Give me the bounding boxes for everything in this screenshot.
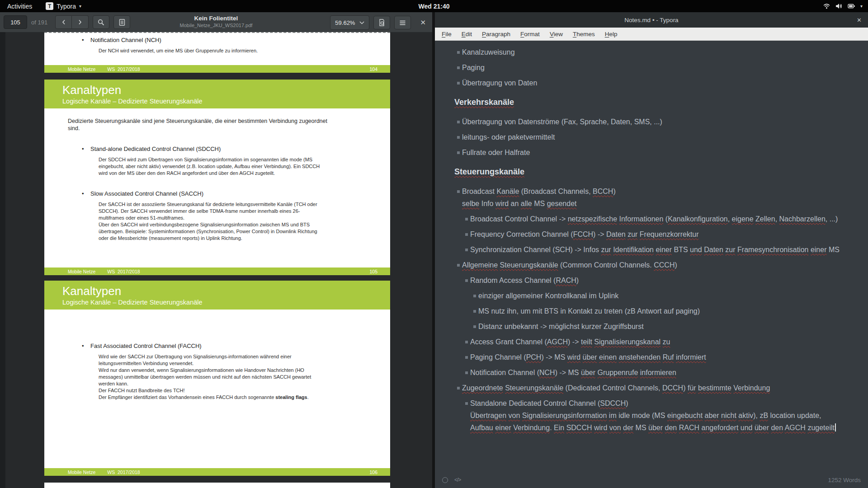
- typora-list-item[interactable]: Synchronization Channel (SCH) -> Infos z…: [435, 245, 860, 254]
- typora-titlebar: Notes.md • - Typora ✕: [435, 12, 868, 28]
- typora-text-line[interactable]: Random Access Channel (RACH): [470, 276, 860, 285]
- typora-text-line[interactable]: leitungs- oder paketvermittelt: [462, 133, 860, 142]
- typora-list-item[interactable]: Frequency Correction Channel (FCCH) -> D…: [435, 230, 860, 239]
- annotations-button[interactable]: [373, 16, 390, 29]
- typora-text-line[interactable]: MS nutz ihn, um mit BTS in Kontakt zu tr…: [478, 307, 860, 316]
- menu-item-help[interactable]: Help: [600, 31, 623, 38]
- typora-text-line[interactable]: Standalone Dedicated Control Channel (SD…: [470, 399, 860, 408]
- typora-text-line[interactable]: Broadcast Kanäle (Broadcast Channels, BC…: [462, 187, 860, 196]
- clock[interactable]: Wed 21:40: [0, 3, 868, 10]
- slide-footer: Mobile NetzeWS 2017/2018106: [44, 468, 390, 476]
- typora-text-line[interactable]: Übertragung von Daten: [462, 79, 860, 88]
- typora-list-item[interactable]: Random Access Channel (RACH): [435, 276, 860, 285]
- slide-block-bullet: Fast Associated Control Channel (FACCH): [90, 343, 349, 350]
- menu-item-view[interactable]: View: [545, 31, 568, 38]
- previous-page-button[interactable]: [55, 15, 72, 29]
- typora-list-item[interactable]: Allgemeine Steuerungskanäle (Common Cont…: [435, 261, 860, 270]
- typora-list-item[interactable]: Zugeordnete Steuerungskanäle (Dedicated …: [435, 384, 860, 393]
- typora-list-item[interactable]: Broadcast Kanäle (Broadcast Channels, BC…: [435, 187, 860, 208]
- zoom-dropdown[interactable]: 59.62%: [330, 15, 369, 30]
- typora-text-line[interactable]: Access Grant Channel (AGCH) -> teilt Sig…: [470, 338, 860, 347]
- typora-text-line[interactable]: Übertragen von Signalisierungsinformatio…: [470, 411, 860, 420]
- slide-subtitle: Logische Kanäle – Dedizierte Steuerungsk…: [62, 97, 390, 105]
- menu-button[interactable]: [394, 16, 411, 29]
- source-code-mode-icon[interactable]: </>: [454, 477, 461, 483]
- menu-item-format[interactable]: Format: [515, 31, 545, 38]
- footer-term: WS 2017/2018: [107, 66, 140, 72]
- typora-list-item[interactable]: Kanalzuweisung: [435, 48, 860, 57]
- system-tray[interactable]: ▾: [823, 3, 868, 9]
- typora-editor[interactable]: KanalzuweisungPagingÜbertragung von Date…: [435, 41, 868, 472]
- activities-button[interactable]: Activities: [0, 0, 39, 12]
- sidebar-toggle-button[interactable]: [113, 15, 130, 29]
- typora-text-line[interactable]: Fullrate oder Halfrate: [462, 148, 860, 157]
- typora-list-item[interactable]: Übertragung von Daten: [435, 79, 860, 88]
- window-close-button[interactable]: ✕: [417, 19, 429, 27]
- typora-list-item[interactable]: leitungs- oder paketvermittelt: [435, 133, 860, 142]
- app-menu[interactable]: T Typora ▾: [46, 2, 81, 10]
- search-button[interactable]: [93, 15, 109, 29]
- pdf-page-next-sliver: [44, 483, 390, 488]
- typora-text-line[interactable]: Zugeordnete Steuerungskanäle (Dedicated …: [462, 384, 860, 393]
- slide-block-sub: Der FACCH nutzt Bandbreite des TCH!: [99, 387, 322, 394]
- slide-body: Fast Associated Control Channel (FACCH)W…: [44, 310, 390, 401]
- menu-item-paragraph[interactable]: Paragraph: [477, 31, 515, 38]
- footer-course: Mobile Netze: [68, 469, 95, 475]
- menu-item-file[interactable]: File: [437, 31, 457, 38]
- typora-list-item[interactable]: Standalone Dedicated Control Channel (SD…: [435, 399, 860, 432]
- typora-list-item[interactable]: Broadcast Control Channel -> netzspezifi…: [435, 215, 860, 224]
- typora-text-line[interactable]: Notification Channel (NCH) -> MS über Gr…: [470, 368, 860, 377]
- typora-text-line[interactable]: Paging: [462, 63, 860, 72]
- typora-list-item[interactable]: MS nutz ihn, um mit BTS in Kontakt zu tr…: [435, 307, 860, 316]
- list-item-text: Random Access Channel (RACH): [470, 276, 860, 285]
- pdf-document-area[interactable]: Notification Channel (NCH)Der NCH wird v…: [0, 32, 432, 488]
- list-item-text: Allgemeine Steuerungskanäle (Common Cont…: [462, 261, 860, 270]
- typora-text-line[interactable]: Übertragung von Datenströme (Fax, Sprach…: [462, 117, 860, 127]
- typora-list-item[interactable]: Übertragung von Datenströme (Fax, Sprach…: [435, 117, 860, 127]
- typora-heading[interactable]: Verkehrskanäle: [454, 97, 860, 108]
- typora-text-line[interactable]: Distanz unbekannt -> möglichst kurzer Zu…: [478, 322, 860, 331]
- typora-list-item[interactable]: Paging Channel (PCH) -> MS wird über ein…: [435, 353, 860, 362]
- app-menu-label: Typora: [57, 3, 76, 10]
- typora-text-line[interactable]: selbe Info wird an alle MS gesendet: [462, 199, 860, 208]
- typora-list-item[interactable]: Access Grant Channel (AGCH) -> teilt Sig…: [435, 338, 860, 347]
- battery-icon: [848, 3, 855, 9]
- window-close-button[interactable]: ✕: [857, 12, 862, 28]
- typora-text-line[interactable]: Aufbau einer Verbindung. Ein SDCCH wird …: [470, 423, 860, 432]
- list-bullet-icon: [465, 279, 468, 282]
- list-bullet-icon: [473, 310, 476, 313]
- text-cursor: [835, 423, 836, 432]
- typora-text-line[interactable]: Broadcast Control Channel -> netzspezifi…: [470, 215, 860, 224]
- outline-toggle-icon[interactable]: [442, 477, 448, 483]
- typora-list-item[interactable]: Fullrate oder Halfrate: [435, 148, 860, 157]
- typora-text-line[interactable]: Paging Channel (PCH) -> MS wird über ein…: [470, 353, 860, 362]
- page-number-input[interactable]: [4, 15, 27, 29]
- typora-app-icon: T: [46, 2, 53, 10]
- typora-list-item[interactable]: Paging: [435, 63, 860, 72]
- list-item-text: Übertragung von Daten: [462, 79, 860, 88]
- typora-list-item[interactable]: Notification Channel (NCH) -> MS über Gr…: [435, 368, 860, 377]
- list-item-text: Kanalzuweisung: [462, 48, 860, 57]
- slide-page-number: 106: [369, 469, 377, 475]
- list-bullet-icon: [457, 136, 460, 139]
- zoom-level: 59.62%: [335, 19, 355, 26]
- slide-footer: Mobile NetzeWS 2017/2018104: [44, 65, 390, 73]
- list-item-text: Synchronization Channel (SCH) -> Infos z…: [470, 245, 860, 254]
- footer-course: Mobile Netze: [68, 269, 95, 274]
- typora-text-line[interactable]: einziger allgemeiner Kontrollkanal im Up…: [478, 291, 860, 300]
- sidebar-edge: [0, 32, 5, 488]
- list-item-text: Broadcast Control Channel -> netzspezifi…: [470, 215, 860, 224]
- typora-list-item[interactable]: einziger allgemeiner Kontrollkanal im Up…: [435, 291, 860, 300]
- menu-item-themes[interactable]: Themes: [568, 31, 600, 38]
- typora-heading[interactable]: Steuerungskanäle: [454, 166, 860, 177]
- typora-window-title: Notes.md • - Typora: [624, 17, 678, 23]
- typora-text-line[interactable]: Kanalzuweisung: [462, 48, 860, 57]
- menu-item-edit[interactable]: Edit: [457, 31, 477, 38]
- list-bullet-icon: [457, 190, 460, 193]
- slide-header: KanaltypenLogische Kanäle – Dedizierte S…: [44, 281, 390, 310]
- typora-text-line[interactable]: Frequency Correction Channel (FCCH) -> D…: [470, 230, 860, 239]
- typora-text-line[interactable]: Allgemeine Steuerungskanäle (Common Cont…: [462, 261, 860, 270]
- typora-list-item[interactable]: Distanz unbekannt -> möglichst kurzer Zu…: [435, 322, 860, 331]
- next-page-button[interactable]: [72, 15, 89, 29]
- typora-text-line[interactable]: Synchronization Channel (SCH) -> Infos z…: [470, 245, 860, 254]
